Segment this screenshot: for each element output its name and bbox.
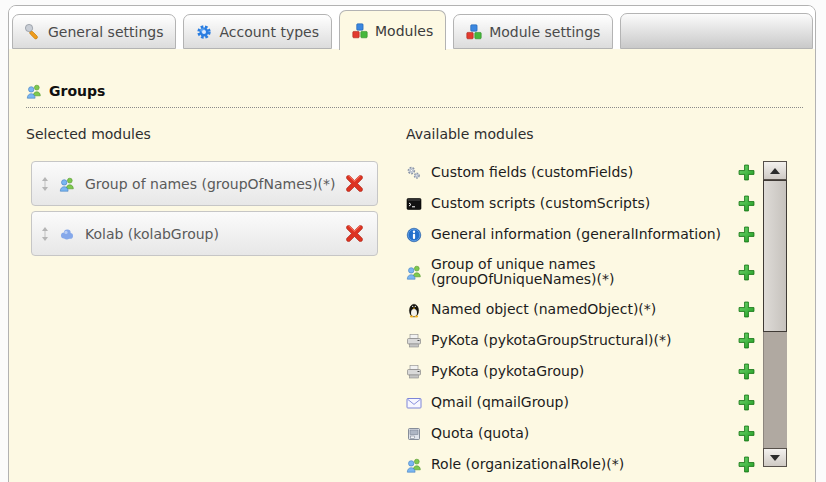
available-module-row: Group of unique names (groupOfUniqueName… [406,257,755,287]
selected-module-item[interactable]: Kolab (kolabGroup) [31,211,378,256]
sort-handle-icon[interactable] [40,226,50,242]
available-module-label: Quota (quota) [431,426,529,441]
remove-module-button[interactable] [346,175,363,192]
add-module-button[interactable] [738,195,755,212]
tab-label: Account types [219,24,319,40]
available-module-label: Custom scripts (customScripts) [431,196,650,211]
available-module-row: Role (organizationalRole)(*) [406,456,755,473]
available-module-label: Custom fields (customFields) [431,165,633,180]
info-icon [406,227,422,243]
available-module-row: General information (generalInformation) [406,226,755,243]
mail-icon [406,395,422,411]
tab-label: Modules [375,23,433,39]
available-module-label: Role (organizationalRole)(*) [431,457,624,472]
available-module-label: PyKota (pykotaGroupStructural)(*) [431,333,671,348]
tab-label: Module settings [489,24,600,40]
scroll-down-button[interactable] [763,448,787,467]
tab-bar: General settingsAccount typesModulesModu… [9,6,815,49]
scroll-up-button[interactable] [763,161,787,180]
add-module-button[interactable] [738,164,755,181]
available-module-row: Named object (namedObject)(*) [406,301,755,318]
group-people-icon [406,264,422,280]
add-module-button[interactable] [738,301,755,318]
tab-label: General settings [48,24,163,40]
tabbar-filler [620,13,813,49]
gear-icon [196,24,212,40]
penguin-icon [406,302,422,318]
selected-module-label: Group of names (groupOfNames)(*) [85,176,346,192]
tab-account-types[interactable]: Account types [183,14,332,49]
tab-general-settings[interactable]: General settings [12,14,176,49]
blocks-icon [352,23,368,39]
add-module-button[interactable] [738,226,755,243]
tab-module-settings[interactable]: Module settings [453,14,613,49]
tab-modules[interactable]: Modules [339,10,446,50]
sort-handle-icon[interactable] [40,176,50,192]
add-module-button[interactable] [738,425,755,442]
available-module-row: PyKota (pykotaGroup) [406,363,755,380]
available-modules-list: Custom fields (customFields)Custom scrip… [406,164,755,473]
available-module-row: Quota (quota) [406,425,755,442]
add-module-button[interactable] [738,456,755,473]
selected-module-item[interactable]: Group of names (groupOfNames)(*) [31,161,378,206]
available-module-label: Named object (namedObject)(*) [431,302,656,317]
available-modules-label: Available modules [406,126,534,142]
section-header-groups: Groups [26,83,803,108]
wrench-icon [25,24,41,40]
printer-icon [406,364,422,380]
remove-module-button[interactable] [346,225,363,242]
disk-icon [406,426,422,442]
modules-panel: Groups Selected modules Available module… [9,49,815,482]
add-module-button[interactable] [738,363,755,380]
add-module-button[interactable] [738,394,755,411]
kolab-cloud-icon [59,226,75,242]
group-people-icon [406,457,422,473]
available-module-row: Qmail (qmailGroup) [406,394,755,411]
selected-modules-list: Group of names (groupOfNames)(*)Kolab (k… [31,161,378,256]
scrollbar-thumb[interactable] [763,180,787,332]
available-module-row: Custom fields (customFields) [406,164,755,181]
group-people-icon [26,83,42,99]
printer-icon [406,333,422,349]
gears-icon [406,165,422,181]
group-people-icon [59,176,75,192]
section-title: Groups [49,83,105,99]
available-module-label: General information (generalInformation) [431,227,721,242]
available-module-label: Qmail (qmailGroup) [431,395,569,410]
triangle-down-icon [770,455,780,461]
terminal-icon [406,196,422,212]
selected-module-label: Kolab (kolabGroup) [85,226,346,242]
available-module-label: Group of unique names (groupOfUniqueName… [431,257,733,287]
add-module-button[interactable] [738,332,755,349]
available-modules-scrollbar [763,161,787,467]
add-module-button[interactable] [738,264,755,281]
available-module-row: Custom scripts (customScripts) [406,195,755,212]
triangle-up-icon [770,168,780,174]
blocks-icon [466,24,482,40]
settings-window: Groups Selected modules Available module… [8,5,816,482]
available-module-label: PyKota (pykotaGroup) [431,364,584,379]
available-module-row: PyKota (pykotaGroupStructural)(*) [406,332,755,349]
selected-modules-label: Selected modules [26,126,151,142]
